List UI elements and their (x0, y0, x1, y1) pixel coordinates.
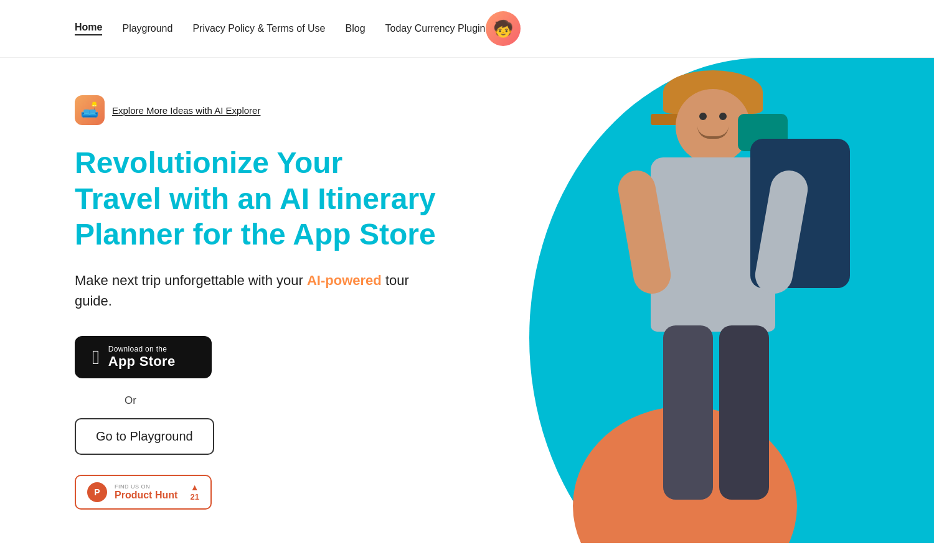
nav-blog[interactable]: Blog (346, 23, 366, 34)
app-store-button[interactable]:  Download on the App Store (75, 336, 212, 378)
hero-content: 🛋️ Explore More Ideas with AI Explorer R… (75, 95, 436, 510)
nav-home[interactable]: Home (75, 22, 102, 35)
ai-explorer-link-text: Explore More Ideas with AI Explorer (112, 105, 260, 116)
or-divider: Or (125, 394, 436, 407)
app-store-line1: Download on the (108, 345, 176, 353)
hero-visual (436, 58, 934, 543)
hero-subtext-before: Make next trip unforgettable with your (75, 273, 303, 288)
navigation: Home Playground Privacy Policy & Terms o… (0, 0, 934, 58)
product-hunt-name: Product Hunt (115, 490, 177, 501)
playground-button[interactable]: Go to Playground (75, 418, 214, 455)
nav-playground[interactable]: Playground (122, 23, 172, 34)
nav-links: Home Playground Privacy Policy & Terms o… (75, 22, 486, 35)
smile-shape (697, 126, 729, 139)
hero-person-image (542, 89, 884, 543)
nav-privacy[interactable]: Privacy Policy & Terms of Use (192, 23, 325, 34)
hero-headline: Revolutionize Your Travel with an AI Iti… (75, 145, 436, 253)
product-hunt-score: ▲ 21 (191, 482, 199, 502)
eye-left-shape (699, 113, 707, 120)
app-store-line2: App Store (108, 353, 176, 370)
logo-emoji: 🧒 (493, 19, 513, 39)
product-hunt-find-us: FIND US ON (115, 483, 177, 490)
leg-right-shape (719, 325, 769, 500)
apple-icon:  (92, 347, 100, 367)
eye-right-shape (719, 113, 727, 120)
site-logo[interactable]: 🧒 (486, 11, 521, 46)
nav-currency-plugin[interactable]: Today Currency Plugin (385, 23, 486, 34)
upvote-arrow-icon: ▲ (191, 482, 199, 492)
leg-left-shape (663, 325, 713, 500)
product-hunt-badge[interactable]: P FIND US ON Product Hunt ▲ 21 (75, 475, 212, 510)
ai-explorer-icon: 🛋️ (75, 95, 105, 125)
app-store-btn-text: Download on the App Store (108, 345, 176, 370)
hero-subtext: Make next trip unforgettable with your A… (75, 270, 436, 311)
product-hunt-vote-count: 21 (191, 492, 199, 502)
product-hunt-icon: P (87, 482, 107, 502)
ai-explorer-link[interactable]: 🛋️ Explore More Ideas with AI Explorer (75, 95, 436, 125)
product-hunt-text: FIND US ON Product Hunt (115, 483, 177, 501)
hero-section: 🛋️ Explore More Ideas with AI Explorer R… (0, 58, 934, 543)
hero-subtext-highlight: AI-powered (307, 273, 382, 288)
